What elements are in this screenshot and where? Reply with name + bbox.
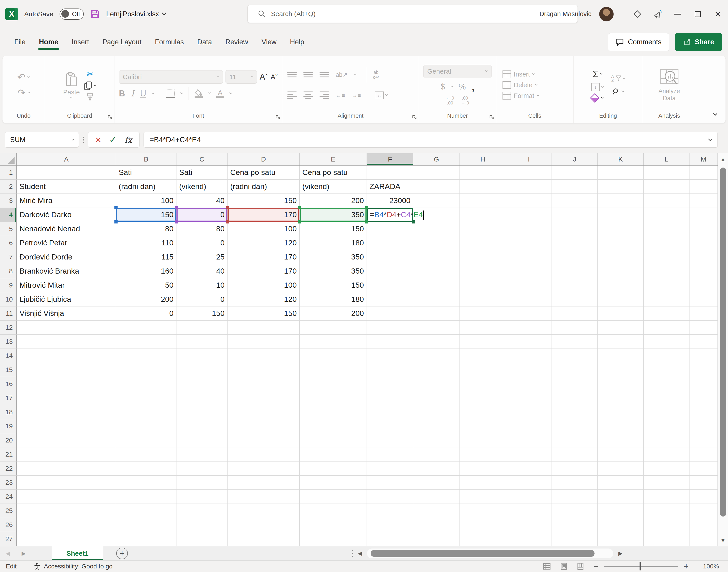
cell-E19[interactable] [300,419,367,433]
cell-L9[interactable] [644,278,689,292]
cell-J3[interactable] [552,194,598,208]
document-title[interactable]: LetnjiPoslovi.xlsx [106,10,166,18]
cell-F20[interactable] [367,433,413,447]
cell-G24[interactable] [413,490,460,504]
clear-eraser-icon[interactable] [591,95,603,101]
cell-G1[interactable] [413,165,460,180]
cell-L15[interactable] [644,363,689,377]
cell-D3[interactable]: 150 [228,194,300,208]
cell-F16[interactable] [367,377,413,391]
cell-D19[interactable] [228,419,300,433]
cell-K27[interactable] [598,532,644,546]
cell-M23[interactable] [689,476,718,490]
cell-A20[interactable] [17,433,116,447]
row-header-22[interactable]: 22 [0,461,17,476]
column-header-E[interactable]: E [300,153,367,165]
cell-G3[interactable] [413,194,460,208]
cell-F27[interactable] [367,532,413,546]
row-header-5[interactable]: 5 [0,222,17,236]
cell-A5[interactable]: Nenadović Nenad [17,222,116,236]
cell-D1[interactable]: Cena po satu [228,165,300,180]
cell-M25[interactable] [689,504,718,518]
cell-I27[interactable] [506,532,552,546]
scroll-right-arrow-icon[interactable]: ▶ [613,550,627,557]
cell-B15[interactable] [116,363,176,377]
cell-K20[interactable] [598,433,644,447]
cell-K9[interactable] [598,278,644,292]
scroll-left-arrow-icon[interactable]: ◀ [353,550,367,557]
cell-E10[interactable]: 180 [300,292,367,306]
cell-L19[interactable] [644,419,689,433]
cell-B27[interactable] [116,532,176,546]
cell-A14[interactable] [17,349,116,363]
column-header-H[interactable]: H [460,153,506,165]
cell-B7[interactable]: 115 [116,250,176,264]
cell-E3[interactable]: 200 [300,194,367,208]
cell-B21[interactable] [116,447,176,461]
cell-C3[interactable]: 40 [176,194,228,208]
vertical-scrollbar-thumb[interactable] [720,167,726,516]
column-header-I[interactable]: I [506,153,552,165]
cell-M20[interactable] [689,433,718,447]
cell-J11[interactable] [552,306,598,320]
cell-E1[interactable]: Cena po satu [300,165,367,180]
cell-K23[interactable] [598,476,644,490]
cell-H3[interactable] [460,194,506,208]
cell-B6[interactable]: 110 [116,236,176,250]
cell-J8[interactable] [552,264,598,278]
zoom-in-button[interactable]: + [684,562,688,570]
find-select-button[interactable] [612,88,624,95]
cell-L3[interactable] [644,194,689,208]
cell-B16[interactable] [116,377,176,391]
cell-M11[interactable] [689,306,718,320]
horizontal-scrollbar-thumb[interactable] [371,550,595,557]
row-header-6[interactable]: 6 [0,236,17,250]
tab-insert[interactable]: Insert [65,32,96,52]
cell-I22[interactable] [506,461,552,476]
cell-L11[interactable] [644,306,689,320]
cell-F6[interactable] [367,236,413,250]
cell-F15[interactable] [367,363,413,377]
cell-I8[interactable] [506,264,552,278]
cell-E23[interactable] [300,476,367,490]
cell-H9[interactable] [460,278,506,292]
row-header-4[interactable]: 4 [0,208,17,222]
format-painter-icon[interactable] [86,93,94,101]
cell-J9[interactable] [552,278,598,292]
cell-J22[interactable] [552,461,598,476]
cell-A6[interactable]: Petrović Petar [17,236,116,250]
cell-H12[interactable] [460,320,506,335]
cell-G23[interactable] [413,476,460,490]
cell-H14[interactable] [460,349,506,363]
cell-B14[interactable] [116,349,176,363]
cell-L25[interactable] [644,504,689,518]
cell-I3[interactable] [506,194,552,208]
cell-I18[interactable] [506,405,552,419]
cell-E15[interactable] [300,363,367,377]
cell-B19[interactable] [116,419,176,433]
cell-D25[interactable] [228,504,300,518]
cell-G16[interactable] [413,377,460,391]
cell-M15[interactable] [689,363,718,377]
cell-D21[interactable] [228,447,300,461]
cell-C9[interactable]: 10 [176,278,228,292]
cell-A23[interactable] [17,476,116,490]
cell-H19[interactable] [460,419,506,433]
clipboard-dialog-launcher-icon[interactable] [108,115,112,121]
column-header-D[interactable]: D [228,153,300,165]
copy-button[interactable] [84,81,96,91]
column-header-C[interactable]: C [176,153,228,165]
cell-F17[interactable] [367,391,413,405]
cell-F23[interactable] [367,476,413,490]
row-header-23[interactable]: 23 [0,476,17,490]
wrap-text-icon[interactable]: abc↩ [373,70,379,80]
zoom-slider[interactable] [604,566,678,567]
cell-H7[interactable] [460,250,506,264]
font-name-select[interactable]: Calibri [119,70,223,84]
cell-E22[interactable] [300,461,367,476]
cell-C26[interactable] [176,518,228,532]
cell-K8[interactable] [598,264,644,278]
accessibility-status[interactable]: Accessibility: Good to go [34,563,113,570]
cell-M3[interactable] [689,194,718,208]
cell-J4[interactable] [552,208,598,222]
